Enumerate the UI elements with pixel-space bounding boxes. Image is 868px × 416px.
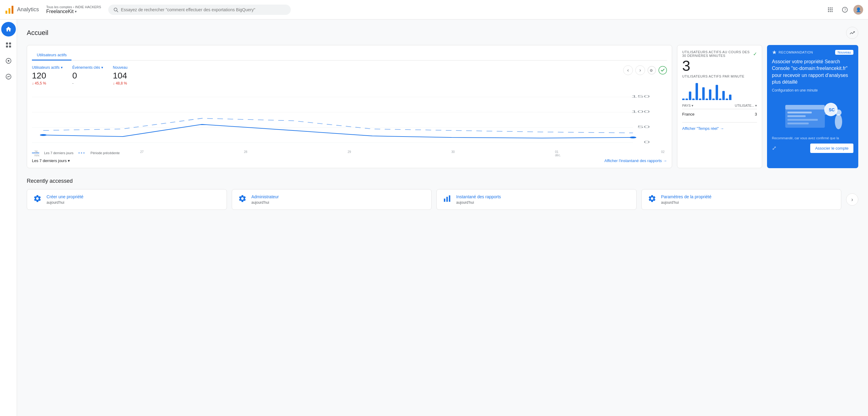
app-logo[interactable]: Analytics bbox=[5, 5, 39, 14]
rec-illustration-svg: SC bbox=[779, 99, 846, 132]
recommendation-card: RECOMMANDATION Nouveau Associer votre pr… bbox=[767, 45, 858, 168]
rec-footer-text: Recommandé, car vous avez confirmé que l… bbox=[772, 136, 854, 140]
recent-name-admin[interactable]: Administrateur bbox=[251, 194, 279, 199]
period-selector[interactable]: Les 7 derniers jours ▾ bbox=[32, 158, 70, 163]
rec-header: RECOMMANDATION Nouveau bbox=[772, 50, 854, 55]
view-reports-link[interactable]: Afficher l'instantané des rapports → bbox=[604, 158, 667, 163]
mini-bar bbox=[716, 85, 718, 100]
sidebar-item-home[interactable] bbox=[1, 22, 16, 36]
mini-bar bbox=[729, 95, 732, 100]
recent-date-create: aujourd'hui bbox=[46, 200, 83, 205]
metric-label-utilisateurs[interactable]: Utilisateurs actifs ▾ bbox=[32, 65, 63, 70]
svg-rect-47 bbox=[444, 199, 445, 202]
page-title: Accueil bbox=[27, 29, 49, 37]
rec-illustration: SC bbox=[772, 97, 854, 134]
analytics-logo-icon bbox=[5, 5, 14, 14]
search-bar[interactable] bbox=[108, 5, 291, 15]
help-button[interactable]: ? bbox=[839, 4, 851, 16]
svg-point-35 bbox=[629, 136, 636, 138]
x-label-2: 27 bbox=[140, 150, 144, 157]
recent-date-settings: aujourd'hui bbox=[661, 200, 712, 205]
recent-card-admin: Administrateur aujourd'hui bbox=[232, 189, 432, 210]
svg-text:0: 0 bbox=[644, 140, 650, 144]
realtime-number: 3 bbox=[682, 59, 757, 73]
arrow-right-icon: → bbox=[663, 158, 667, 163]
country-name: France bbox=[682, 112, 694, 117]
sidebar-item-reports[interactable] bbox=[1, 38, 16, 52]
breadcrumb-accounts[interactable]: Tous les comptes bbox=[46, 5, 72, 9]
metric-label-nouveau: Nouveau bbox=[113, 65, 137, 70]
mini-bar bbox=[689, 92, 691, 100]
trend-icon bbox=[849, 30, 855, 36]
customize-icon[interactable]: ⚙ bbox=[648, 66, 656, 74]
realtime-arrow-icon: → bbox=[720, 126, 724, 131]
svg-rect-37 bbox=[785, 105, 825, 109]
svg-rect-9 bbox=[830, 9, 831, 10]
rec-actions: ⤢ Associer le compte bbox=[772, 143, 854, 153]
mini-bar bbox=[719, 98, 721, 100]
gear-icon-create bbox=[33, 194, 43, 204]
insights-icon bbox=[5, 73, 12, 80]
svg-text:50: 50 bbox=[638, 125, 650, 129]
apps-button[interactable] bbox=[824, 4, 836, 16]
chart-settings-button[interactable] bbox=[846, 27, 858, 39]
metric-label-evenements[interactable]: Événements clés ▾ bbox=[72, 65, 103, 70]
realtime-check-icon: ✓ bbox=[753, 51, 757, 57]
property-selector[interactable]: FreelanceKit ▾ bbox=[46, 9, 101, 14]
svg-rect-12 bbox=[830, 11, 831, 12]
expand-icon[interactable]: ⤢ bbox=[772, 145, 776, 152]
chart-container: 150 100 50 0 bbox=[32, 94, 667, 149]
topbar-right: ? 👤 bbox=[824, 4, 863, 16]
x-label-7: 02 bbox=[661, 150, 664, 157]
svg-text:150: 150 bbox=[631, 95, 650, 98]
realtime-card: UTILISATEURS ACTIFS AU COURS DES 30 DERN… bbox=[677, 45, 762, 168]
rec-icon bbox=[772, 50, 777, 55]
table-col-pays[interactable]: PAYS ▾ bbox=[682, 104, 693, 108]
mini-bar bbox=[695, 83, 698, 100]
recently-accessed-section: Recently accessed Créer une propriété au… bbox=[27, 178, 858, 210]
recent-info-create: Créer une propriété aujourd'hui bbox=[46, 194, 83, 205]
realtime-mini-bars bbox=[682, 82, 757, 100]
period-chevron: ▾ bbox=[68, 158, 70, 163]
metric-value-utilisateurs: 120 bbox=[32, 71, 63, 81]
svg-rect-19 bbox=[9, 45, 11, 47]
topbar: Analytics Tous les comptes › INDIE HACKE… bbox=[0, 0, 868, 20]
rec-subtitle: Configuration en une minute bbox=[772, 88, 854, 92]
users-dropdown-icon: ▾ bbox=[755, 104, 757, 107]
next-arrow[interactable]: › bbox=[636, 65, 645, 75]
mini-bar bbox=[699, 98, 701, 100]
mini-bar bbox=[702, 87, 705, 100]
metric-value-evenements: 0 bbox=[72, 71, 103, 81]
metric-nouveau: Nouveau 104 ↓ 48,8 % bbox=[113, 65, 137, 86]
view-realtime-link[interactable]: Afficher "Temps réel" → bbox=[682, 126, 757, 131]
recent-name-create[interactable]: Créer une propriété bbox=[46, 194, 83, 199]
recent-card-settings: Paramètres de la propriété aujourd'hui bbox=[642, 189, 841, 210]
avatar[interactable]: 👤 bbox=[854, 5, 863, 14]
svg-line-4 bbox=[117, 11, 118, 12]
sidebar-item-insights[interactable] bbox=[1, 69, 16, 84]
x-label-3: 28 bbox=[244, 150, 247, 157]
mini-bar bbox=[709, 89, 711, 100]
recent-info-reports: Instantané des rapports aujourd'hui bbox=[456, 194, 501, 205]
svg-rect-38 bbox=[787, 111, 812, 114]
recent-card-reports: Instantané des rapports aujourd'hui bbox=[436, 189, 637, 210]
recent-name-reports[interactable]: Instantané des rapports bbox=[456, 194, 501, 199]
rec-cta-button[interactable]: Associer le compte bbox=[810, 143, 854, 153]
recent-cards: Créer une propriété aujourd'hui Administ… bbox=[27, 189, 841, 210]
prev-arrow[interactable]: ‹ bbox=[623, 65, 633, 75]
metrics-tabs: Utilisateurs actifs bbox=[32, 50, 667, 61]
table-col-users[interactable]: UTILISATE... ▾ bbox=[735, 104, 757, 108]
sidebar-item-explore[interactable] bbox=[1, 54, 16, 68]
recent-nav-next[interactable]: › bbox=[846, 193, 858, 205]
gear-icon-admin bbox=[238, 194, 248, 204]
mini-bar bbox=[692, 98, 695, 100]
breadcrumb-property[interactable]: INDIE HACKERS bbox=[75, 5, 101, 9]
apps-icon bbox=[827, 7, 833, 13]
recent-name-settings[interactable]: Paramètres de la propriété bbox=[661, 194, 712, 199]
search-input[interactable] bbox=[121, 7, 286, 12]
period-label: Les 7 derniers jours bbox=[32, 158, 67, 163]
realtime-header: UTILISATEURS ACTIFS AU COURS DES 30 DERN… bbox=[682, 50, 757, 58]
metric-change-utilisateurs: ↓ 45,5 % bbox=[32, 81, 63, 86]
metric-evenements: Événements clés ▾ 0 - bbox=[72, 65, 103, 86]
tab-utilisateurs-actifs[interactable]: Utilisateurs actifs bbox=[32, 50, 71, 61]
